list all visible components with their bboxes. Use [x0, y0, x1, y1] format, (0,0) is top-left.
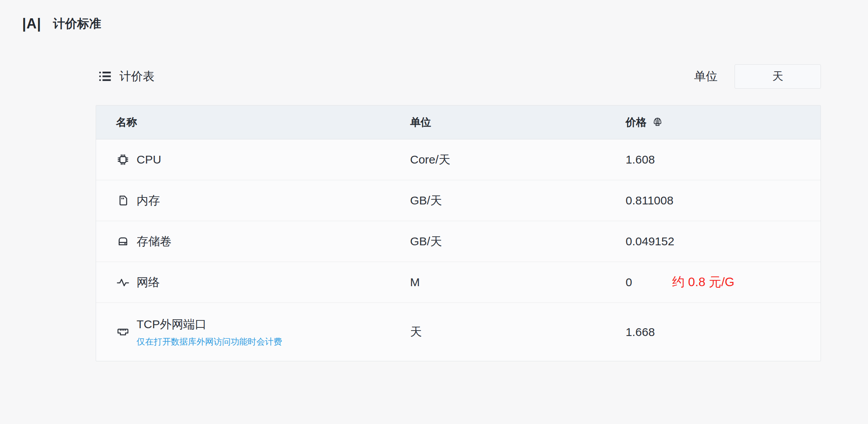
- cell-price: 0.811008: [626, 194, 821, 207]
- resource-name: TCP外网端口: [137, 317, 282, 333]
- page-header: |A| 计价标准: [0, 0, 868, 32]
- network-icon: [116, 275, 130, 289]
- section-title: 计价表: [119, 69, 154, 84]
- tcp-port-icon: [116, 325, 130, 339]
- app-logo: |A|: [22, 16, 41, 32]
- resource-name: CPU: [137, 153, 161, 166]
- section-heading: 计价表: [97, 69, 154, 84]
- main-content: 计价表 单位 天 名称 单位 价格: [96, 64, 821, 361]
- table-row: 网络 M 0 约 0.8 元/G: [96, 262, 821, 303]
- cell-unit: GB/天: [410, 234, 626, 250]
- table-row: 存储卷 GB/天 0.049152: [96, 221, 821, 262]
- resource-name: 存储卷: [137, 234, 172, 250]
- cell-price: 0 约 0.8 元/G: [626, 274, 821, 291]
- cell-name: TCP外网端口 仅在打开数据库外网访问功能时会计费: [96, 317, 410, 348]
- shell-currency-icon: [652, 116, 663, 128]
- table-toolbar: 计价表 单位 天: [96, 64, 821, 89]
- cell-name: 存储卷: [96, 234, 410, 250]
- billing-condition-note: 仅在打开数据库外网访问功能时会计费: [137, 336, 282, 348]
- cell-price: 1.608: [626, 153, 821, 166]
- cpu-icon: [116, 153, 130, 167]
- unit-select-button[interactable]: 天: [735, 64, 821, 89]
- unit-selector-group: 单位 天: [694, 64, 821, 89]
- column-header-price: 价格: [626, 115, 821, 129]
- cell-unit: 天: [410, 324, 626, 340]
- cell-price: 0.049152: [626, 235, 821, 248]
- cell-price: 1.668: [626, 325, 821, 339]
- cell-unit: M: [410, 276, 626, 289]
- table-row: 内存 GB/天 0.811008: [96, 180, 821, 221]
- table-row: TCP外网端口 仅在打开数据库外网访问功能时会计费 天 1.668: [96, 303, 821, 361]
- cell-name: CPU: [96, 153, 410, 167]
- price-header-label: 价格: [626, 115, 647, 129]
- storage-icon: [116, 234, 130, 248]
- cell-name: 网络: [96, 274, 410, 290]
- memory-icon: [116, 194, 130, 208]
- list-icon: [97, 69, 113, 83]
- cell-unit: GB/天: [410, 193, 626, 209]
- price-value: 0: [626, 276, 632, 289]
- page-title: 计价标准: [53, 16, 101, 32]
- resource-name: 内存: [137, 193, 160, 209]
- column-header-name: 名称: [96, 115, 410, 129]
- pricing-table: 名称 单位 价格: [96, 105, 821, 361]
- resource-name: 网络: [137, 274, 160, 290]
- cell-unit: Core/天: [410, 152, 626, 168]
- price-annotation: 约 0.8 元/G: [672, 274, 735, 291]
- resource-name-block: TCP外网端口 仅在打开数据库外网访问功能时会计费: [137, 317, 282, 348]
- unit-selector-label: 单位: [694, 69, 717, 84]
- table-header-row: 名称 单位 价格: [96, 106, 821, 139]
- table-row: CPU Core/天 1.608: [96, 139, 821, 180]
- column-header-unit: 单位: [410, 115, 626, 129]
- cell-name: 内存: [96, 193, 410, 209]
